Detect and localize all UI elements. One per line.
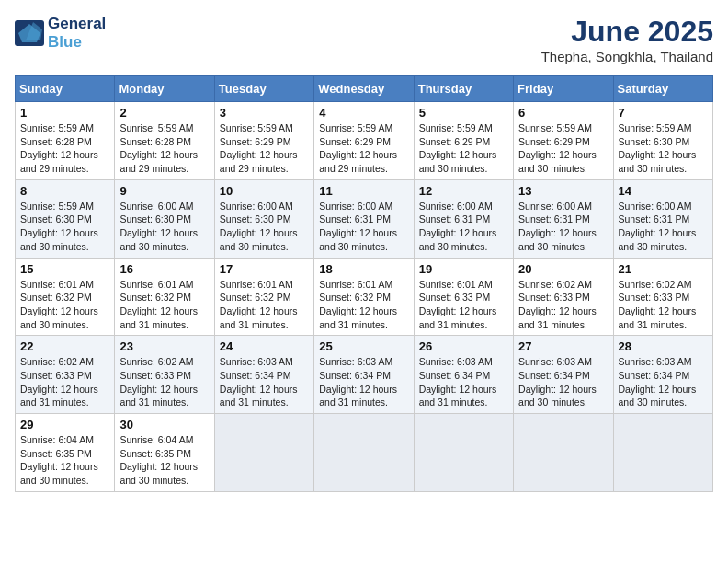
day-number: 2 bbox=[119, 106, 210, 120]
calendar-cell: 25Sunrise: 6:03 AM Sunset: 6:34 PM Dayli… bbox=[314, 336, 414, 414]
day-detail: Sunrise: 6:02 AM Sunset: 6:33 PM Dayligh… bbox=[518, 278, 609, 332]
calendar-cell: 28Sunrise: 6:03 AM Sunset: 6:34 PM Dayli… bbox=[613, 336, 712, 414]
day-number: 6 bbox=[518, 106, 609, 120]
calendar-cell: 1Sunrise: 5:59 AM Sunset: 6:28 PM Daylig… bbox=[16, 102, 115, 180]
day-detail: Sunrise: 6:02 AM Sunset: 6:33 PM Dayligh… bbox=[619, 278, 709, 332]
calendar-cell: 6Sunrise: 5:59 AM Sunset: 6:29 PM Daylig… bbox=[514, 102, 613, 180]
day-number: 16 bbox=[119, 262, 210, 276]
calendar: Sunday Monday Tuesday Wednesday Thursday… bbox=[15, 75, 713, 492]
calendar-cell: 11Sunrise: 6:00 AM Sunset: 6:31 PM Dayli… bbox=[314, 179, 414, 258]
calendar-cell: 17Sunrise: 6:01 AM Sunset: 6:32 PM Dayli… bbox=[214, 258, 313, 336]
day-number: 8 bbox=[20, 184, 110, 198]
day-detail: Sunrise: 6:04 AM Sunset: 6:35 PM Dayligh… bbox=[119, 433, 210, 488]
day-number: 26 bbox=[419, 339, 509, 353]
calendar-cell: 20Sunrise: 6:02 AM Sunset: 6:33 PM Dayli… bbox=[514, 258, 613, 336]
day-detail: Sunrise: 6:01 AM Sunset: 6:33 PM Dayligh… bbox=[419, 278, 509, 332]
calendar-cell: 23Sunrise: 6:02 AM Sunset: 6:33 PM Dayli… bbox=[115, 336, 214, 414]
day-number: 19 bbox=[419, 262, 509, 276]
day-detail: Sunrise: 6:01 AM Sunset: 6:32 PM Dayligh… bbox=[319, 278, 409, 332]
day-number: 22 bbox=[20, 339, 110, 353]
day-number: 24 bbox=[220, 339, 310, 353]
day-number: 12 bbox=[419, 184, 509, 198]
calendar-cell: 2Sunrise: 5:59 AM Sunset: 6:28 PM Daylig… bbox=[115, 102, 214, 180]
day-detail: Sunrise: 6:03 AM Sunset: 6:34 PM Dayligh… bbox=[319, 355, 409, 409]
day-detail: Sunrise: 5:59 AM Sunset: 6:29 PM Dayligh… bbox=[220, 121, 310, 176]
calendar-week-4: 22Sunrise: 6:02 AM Sunset: 6:33 PM Dayli… bbox=[16, 336, 713, 414]
main-title: June 2025 bbox=[541, 15, 713, 49]
day-detail: Sunrise: 6:00 AM Sunset: 6:31 PM Dayligh… bbox=[518, 200, 609, 254]
day-number: 25 bbox=[319, 339, 409, 353]
calendar-cell: 12Sunrise: 6:00 AM Sunset: 6:31 PM Dayli… bbox=[414, 179, 513, 258]
day-number: 5 bbox=[419, 106, 509, 120]
calendar-week-2: 8Sunrise: 5:59 AM Sunset: 6:30 PM Daylig… bbox=[16, 179, 713, 258]
calendar-cell: 5Sunrise: 5:59 AM Sunset: 6:29 PM Daylig… bbox=[414, 102, 513, 180]
day-detail: Sunrise: 6:03 AM Sunset: 6:34 PM Dayligh… bbox=[518, 355, 609, 409]
header: General Blue June 2025 Thepha, Songkhla,… bbox=[15, 15, 713, 64]
calendar-cell: 10Sunrise: 6:00 AM Sunset: 6:30 PM Dayli… bbox=[214, 179, 313, 258]
calendar-cell: 7Sunrise: 5:59 AM Sunset: 6:30 PM Daylig… bbox=[613, 102, 712, 180]
calendar-cell: 3Sunrise: 5:59 AM Sunset: 6:29 PM Daylig… bbox=[214, 102, 313, 180]
day-number: 9 bbox=[119, 184, 210, 198]
calendar-cell: 22Sunrise: 6:02 AM Sunset: 6:33 PM Dayli… bbox=[16, 336, 115, 414]
calendar-cell bbox=[514, 414, 613, 492]
day-detail: Sunrise: 6:01 AM Sunset: 6:32 PM Dayligh… bbox=[220, 278, 310, 332]
day-detail: Sunrise: 5:59 AM Sunset: 6:30 PM Dayligh… bbox=[619, 121, 709, 176]
day-number: 20 bbox=[518, 262, 609, 276]
day-number: 27 bbox=[518, 339, 609, 353]
day-detail: Sunrise: 5:59 AM Sunset: 6:29 PM Dayligh… bbox=[419, 121, 509, 176]
calendar-cell: 4Sunrise: 5:59 AM Sunset: 6:29 PM Daylig… bbox=[314, 102, 414, 180]
day-number: 11 bbox=[319, 184, 409, 198]
calendar-cell bbox=[314, 414, 414, 492]
day-detail: Sunrise: 6:00 AM Sunset: 6:31 PM Dayligh… bbox=[419, 200, 509, 254]
calendar-cell: 30Sunrise: 6:04 AM Sunset: 6:35 PM Dayli… bbox=[115, 414, 214, 492]
day-detail: Sunrise: 5:59 AM Sunset: 6:29 PM Dayligh… bbox=[518, 121, 609, 176]
sub-title: Thepha, Songkhla, Thailand bbox=[541, 49, 713, 64]
calendar-cell: 26Sunrise: 6:03 AM Sunset: 6:34 PM Dayli… bbox=[414, 336, 513, 414]
calendar-cell: 18Sunrise: 6:01 AM Sunset: 6:32 PM Dayli… bbox=[314, 258, 414, 336]
day-detail: Sunrise: 5:59 AM Sunset: 6:28 PM Dayligh… bbox=[20, 121, 110, 176]
day-number: 18 bbox=[319, 262, 409, 276]
day-number: 17 bbox=[220, 262, 310, 276]
calendar-cell bbox=[214, 414, 313, 492]
day-number: 14 bbox=[619, 184, 709, 198]
day-detail: Sunrise: 5:59 AM Sunset: 6:30 PM Dayligh… bbox=[20, 200, 110, 254]
col-sunday: Sunday bbox=[16, 76, 115, 102]
calendar-week-3: 15Sunrise: 6:01 AM Sunset: 6:32 PM Dayli… bbox=[16, 258, 713, 336]
calendar-cell: 21Sunrise: 6:02 AM Sunset: 6:33 PM Dayli… bbox=[613, 258, 712, 336]
calendar-cell: 14Sunrise: 6:00 AM Sunset: 6:31 PM Dayli… bbox=[613, 179, 712, 258]
calendar-cell: 24Sunrise: 6:03 AM Sunset: 6:34 PM Dayli… bbox=[214, 336, 313, 414]
day-detail: Sunrise: 6:00 AM Sunset: 6:31 PM Dayligh… bbox=[619, 200, 709, 254]
calendar-cell: 29Sunrise: 6:04 AM Sunset: 6:35 PM Dayli… bbox=[16, 414, 115, 492]
day-detail: Sunrise: 6:02 AM Sunset: 6:33 PM Dayligh… bbox=[20, 355, 110, 409]
day-detail: Sunrise: 6:00 AM Sunset: 6:31 PM Dayligh… bbox=[319, 200, 409, 254]
day-detail: Sunrise: 5:59 AM Sunset: 6:29 PM Dayligh… bbox=[319, 121, 409, 176]
day-detail: Sunrise: 6:02 AM Sunset: 6:33 PM Dayligh… bbox=[119, 355, 210, 409]
day-number: 1 bbox=[20, 106, 110, 120]
day-detail: Sunrise: 5:59 AM Sunset: 6:28 PM Dayligh… bbox=[119, 121, 210, 176]
calendar-cell: 19Sunrise: 6:01 AM Sunset: 6:33 PM Dayli… bbox=[414, 258, 513, 336]
day-number: 7 bbox=[619, 106, 709, 120]
title-area: June 2025 Thepha, Songkhla, Thailand bbox=[541, 15, 713, 64]
day-number: 21 bbox=[619, 262, 709, 276]
col-thursday: Thursday bbox=[414, 76, 513, 102]
calendar-week-5: 29Sunrise: 6:04 AM Sunset: 6:35 PM Dayli… bbox=[16, 414, 713, 492]
day-number: 29 bbox=[20, 418, 110, 431]
col-tuesday: Tuesday bbox=[214, 76, 313, 102]
logo: General Blue bbox=[15, 15, 106, 52]
calendar-cell: 15Sunrise: 6:01 AM Sunset: 6:32 PM Dayli… bbox=[16, 258, 115, 336]
col-wednesday: Wednesday bbox=[314, 76, 414, 102]
day-number: 3 bbox=[220, 106, 310, 120]
day-number: 28 bbox=[619, 339, 709, 353]
day-number: 15 bbox=[20, 262, 110, 276]
col-friday: Friday bbox=[514, 76, 613, 102]
col-saturday: Saturday bbox=[613, 76, 712, 102]
day-number: 10 bbox=[220, 184, 310, 198]
day-detail: Sunrise: 6:03 AM Sunset: 6:34 PM Dayligh… bbox=[419, 355, 509, 409]
col-monday: Monday bbox=[115, 76, 214, 102]
day-detail: Sunrise: 6:04 AM Sunset: 6:35 PM Dayligh… bbox=[20, 433, 110, 488]
day-detail: Sunrise: 6:01 AM Sunset: 6:32 PM Dayligh… bbox=[119, 278, 210, 332]
day-detail: Sunrise: 6:00 AM Sunset: 6:30 PM Dayligh… bbox=[220, 200, 310, 254]
day-number: 23 bbox=[119, 339, 210, 353]
calendar-cell bbox=[414, 414, 513, 492]
day-number: 13 bbox=[518, 184, 609, 198]
